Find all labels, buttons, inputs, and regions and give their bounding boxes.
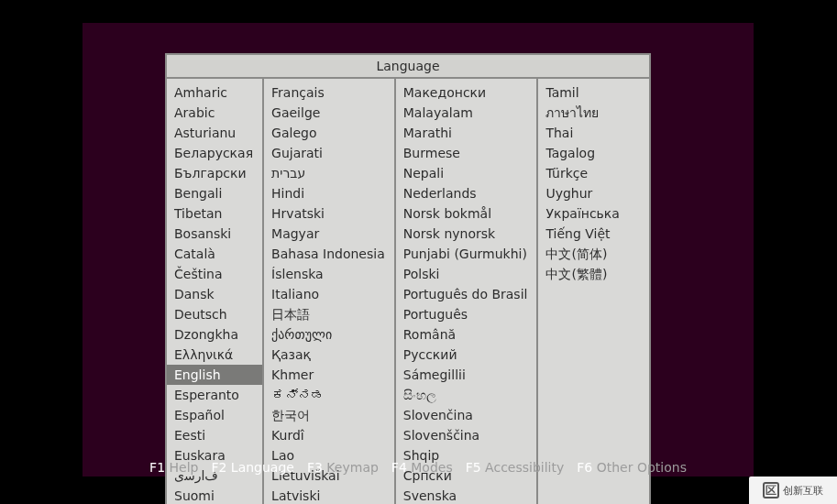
language-option[interactable]: 한국어 (264, 405, 394, 425)
language-option[interactable]: 日本語 (264, 304, 394, 324)
language-option[interactable]: Asturianu (167, 123, 262, 143)
language-option[interactable]: Polski (396, 264, 537, 284)
fkey-f2[interactable]: F2 Language (211, 460, 294, 475)
watermark-text: 创新互联 (783, 484, 823, 498)
fkey-f6[interactable]: F6 Other Options (577, 460, 687, 475)
language-option[interactable]: Русский (396, 345, 537, 365)
language-option[interactable]: Bahasa Indonesia (264, 244, 394, 264)
language-option[interactable]: Punjabi (Gurmukhi) (396, 244, 537, 264)
fkey-f4[interactable]: F4 Modes (391, 460, 453, 475)
language-option[interactable]: Marathi (396, 123, 537, 143)
fkey-label: Keymap (323, 460, 379, 475)
watermark: 区 创新互联 (749, 477, 837, 504)
language-option[interactable]: 中文(简体) (538, 244, 628, 264)
language-option[interactable]: Slovenčina (396, 405, 537, 425)
language-columns: AmharicArabicAsturianuБеларускаяБългарск… (165, 77, 651, 504)
language-option[interactable]: Беларуская (167, 143, 262, 163)
language-option[interactable]: ภาษาไทย (538, 103, 628, 123)
language-option[interactable]: Uyghur (538, 183, 628, 203)
language-option[interactable]: ქართული (264, 324, 394, 345)
language-option[interactable]: Türkçe (538, 163, 628, 183)
language-option[interactable]: Malayalam (396, 103, 537, 123)
language-option[interactable]: Eesti (167, 425, 262, 445)
language-option[interactable]: Ελληνικά (167, 345, 262, 365)
language-option[interactable]: Deutsch (167, 304, 262, 324)
fkey-label: Other Options (592, 460, 687, 475)
language-option[interactable]: Arabic (167, 103, 262, 123)
language-option[interactable]: Català (167, 244, 262, 264)
language-option[interactable]: සිංහල (396, 385, 537, 405)
language-option[interactable]: Norsk nynorsk (396, 224, 537, 244)
language-option[interactable]: Norsk bokmål (396, 203, 537, 224)
language-option[interactable]: Amharic (167, 82, 262, 103)
language-option[interactable]: Suomi (167, 486, 262, 504)
function-key-bar: F1 HelpF2 LanguageF3 KeymapF4 ModesF5 Ac… (83, 458, 754, 477)
language-column: TamilภาษาไทยThaiTagalogTürkçeUyghurУкраї… (536, 79, 628, 504)
language-option[interactable]: Dzongkha (167, 324, 262, 345)
fkey-label: Accessibility (481, 460, 565, 475)
language-option[interactable]: Українська (538, 203, 628, 224)
language-option[interactable]: Galego (264, 123, 394, 143)
fkey-key: F5 (466, 460, 481, 475)
language-option[interactable]: Bosanski (167, 224, 262, 244)
language-column: МакедонскиMalayalamMarathiBurmeseNepaliN… (394, 79, 537, 504)
language-option[interactable]: Íslenska (264, 264, 394, 284)
language-option[interactable]: עברית (264, 163, 394, 183)
fkey-f1[interactable]: F1 Help (149, 460, 198, 475)
language-option[interactable]: Hindi (264, 183, 394, 203)
language-option[interactable]: Tibetan (167, 203, 262, 224)
language-option[interactable]: Español (167, 405, 262, 425)
language-option[interactable]: Hrvatski (264, 203, 394, 224)
fkey-key: F3 (307, 460, 323, 475)
fkey-label: Help (165, 460, 198, 475)
language-option[interactable]: Қазақ (264, 345, 394, 365)
fkey-f3[interactable]: F3 Keymap (307, 460, 379, 475)
language-option[interactable]: Sámegillii (396, 365, 537, 385)
language-option[interactable]: Slovenščina (396, 425, 537, 445)
language-option[interactable]: Tagalog (538, 143, 628, 163)
language-option[interactable]: Gaeilge (264, 103, 394, 123)
language-option[interactable]: Bengali (167, 183, 262, 203)
screen-background: Language AmharicArabicAsturianuБеларуска… (0, 0, 837, 504)
fkey-key: F2 (211, 460, 226, 475)
fkey-label: Language (226, 460, 294, 475)
language-option[interactable]: Nederlands (396, 183, 537, 203)
language-panel: Language AmharicArabicAsturianuБеларуска… (165, 53, 651, 504)
fkey-key: F4 (391, 460, 407, 475)
language-option[interactable]: Tamil (538, 82, 628, 103)
language-option[interactable]: Khmer (264, 365, 394, 385)
language-option[interactable]: ಕನ್ನಡ (264, 385, 394, 405)
language-option[interactable]: Dansk (167, 284, 262, 304)
language-column: FrançaisGaeilgeGalegoGujaratiעבריתHindiH… (262, 79, 394, 504)
language-option[interactable]: Български (167, 163, 262, 183)
watermark-logo: 区 (763, 482, 779, 499)
language-option[interactable]: Português do Brasil (396, 284, 537, 304)
language-option[interactable]: Čeština (167, 264, 262, 284)
language-option[interactable]: Magyar (264, 224, 394, 244)
language-option[interactable]: Svenska (396, 486, 537, 504)
language-option[interactable]: Italiano (264, 284, 394, 304)
language-option[interactable]: Français (264, 82, 394, 103)
language-option[interactable]: Burmese (396, 143, 537, 163)
language-option[interactable]: Thai (538, 123, 628, 143)
language-option[interactable]: Latviski (264, 486, 394, 504)
language-option[interactable]: Română (396, 324, 537, 345)
language-option[interactable]: 中文(繁體) (538, 264, 628, 284)
language-option[interactable]: Gujarati (264, 143, 394, 163)
fkey-key: F6 (577, 460, 592, 475)
language-option[interactable]: Português (396, 304, 537, 324)
language-option[interactable]: Nepali (396, 163, 537, 183)
language-option[interactable]: Esperanto (167, 385, 262, 405)
language-column: AmharicArabicAsturianuБеларускаяБългарск… (167, 79, 262, 504)
fkey-f5[interactable]: F5 Accessibility (466, 460, 565, 475)
panel-title: Language (165, 53, 651, 77)
language-option[interactable]: Македонски (396, 82, 537, 103)
fkey-label: Modes (407, 460, 453, 475)
language-option[interactable]: Tiếng Việt (538, 224, 628, 244)
fkey-key: F1 (149, 460, 165, 475)
language-option[interactable]: English (167, 365, 262, 385)
language-option[interactable]: Kurdî (264, 425, 394, 445)
